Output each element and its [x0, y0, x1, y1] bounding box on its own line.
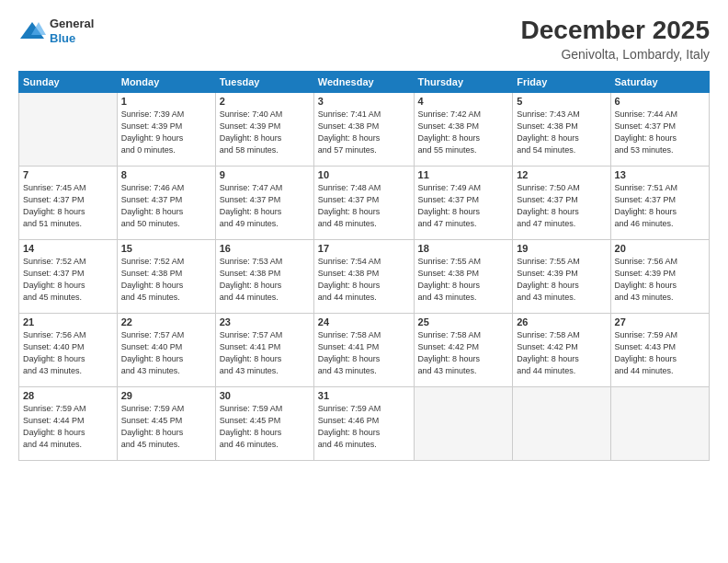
day-info: Sunrise: 7:58 AM Sunset: 4:42 PM Dayligh… [517, 329, 606, 377]
col-header-sunday: Sunday [19, 71, 118, 92]
calendar-cell: 26Sunrise: 7:58 AM Sunset: 4:42 PM Dayli… [513, 313, 610, 386]
day-info: Sunrise: 7:56 AM Sunset: 4:39 PM Dayligh… [615, 256, 705, 304]
day-info: Sunrise: 7:55 AM Sunset: 4:38 PM Dayligh… [418, 256, 509, 304]
day-number: 8 [121, 169, 211, 180]
col-header-thursday: Thursday [414, 71, 513, 92]
col-header-friday: Friday [513, 71, 610, 92]
day-number: 24 [318, 316, 410, 327]
week-row-0: 1Sunrise: 7:39 AM Sunset: 4:39 PM Daylig… [19, 92, 710, 166]
calendar-cell [610, 386, 709, 460]
calendar-cell: 17Sunrise: 7:54 AM Sunset: 4:38 PM Dayli… [313, 239, 414, 313]
day-number: 31 [318, 390, 410, 401]
day-number: 18 [418, 243, 509, 254]
calendar: SundayMondayTuesdayWednesdayThursdayFrid… [18, 71, 710, 461]
day-number: 3 [318, 96, 410, 107]
calendar-cell: 23Sunrise: 7:57 AM Sunset: 4:41 PM Dayli… [215, 313, 313, 386]
calendar-cell [19, 92, 118, 166]
calendar-cell: 3Sunrise: 7:41 AM Sunset: 4:38 PM Daylig… [313, 92, 414, 166]
day-info: Sunrise: 7:54 AM Sunset: 4:38 PM Dayligh… [318, 256, 410, 304]
day-info: Sunrise: 7:58 AM Sunset: 4:42 PM Dayligh… [418, 329, 509, 377]
day-info: Sunrise: 7:48 AM Sunset: 4:37 PM Dayligh… [318, 182, 410, 230]
day-number: 9 [220, 169, 310, 180]
calendar-cell: 22Sunrise: 7:57 AM Sunset: 4:40 PM Dayli… [117, 313, 215, 386]
month-title: December 2025 [521, 17, 710, 45]
day-info: Sunrise: 7:55 AM Sunset: 4:39 PM Dayligh… [517, 256, 606, 304]
day-info: Sunrise: 7:59 AM Sunset: 4:43 PM Dayligh… [615, 329, 705, 377]
day-number: 28 [23, 390, 113, 401]
day-info: Sunrise: 7:46 AM Sunset: 4:37 PM Dayligh… [121, 182, 211, 230]
calendar-cell: 8Sunrise: 7:46 AM Sunset: 4:37 PM Daylig… [117, 166, 215, 239]
day-number: 17 [318, 243, 410, 254]
calendar-cell: 15Sunrise: 7:52 AM Sunset: 4:38 PM Dayli… [117, 239, 215, 313]
calendar-cell [414, 386, 513, 460]
page: General Blue December 2025 Genivolta, Lo… [0, 0, 728, 563]
week-row-2: 14Sunrise: 7:52 AM Sunset: 4:37 PM Dayli… [19, 239, 710, 313]
day-info: Sunrise: 7:45 AM Sunset: 4:37 PM Dayligh… [23, 182, 113, 230]
calendar-cell: 29Sunrise: 7:59 AM Sunset: 4:45 PM Dayli… [117, 386, 215, 460]
calendar-cell: 28Sunrise: 7:59 AM Sunset: 4:44 PM Dayli… [19, 386, 118, 460]
day-info: Sunrise: 7:50 AM Sunset: 4:37 PM Dayligh… [517, 182, 606, 230]
day-info: Sunrise: 7:56 AM Sunset: 4:40 PM Dayligh… [23, 329, 113, 377]
day-number: 7 [23, 169, 113, 180]
week-row-4: 28Sunrise: 7:59 AM Sunset: 4:44 PM Dayli… [19, 386, 710, 460]
day-number: 26 [517, 316, 606, 327]
day-number: 29 [121, 390, 211, 401]
col-header-tuesday: Tuesday [215, 71, 313, 92]
logo-text: General Blue [50, 17, 94, 45]
day-number: 12 [517, 169, 606, 180]
calendar-cell: 6Sunrise: 7:44 AM Sunset: 4:37 PM Daylig… [610, 92, 709, 166]
day-info: Sunrise: 7:57 AM Sunset: 4:40 PM Dayligh… [121, 329, 211, 377]
location: Genivolta, Lombardy, Italy [521, 47, 710, 62]
day-number: 20 [615, 243, 705, 254]
logo-line1: General [50, 17, 94, 31]
day-info: Sunrise: 7:53 AM Sunset: 4:38 PM Dayligh… [220, 256, 310, 304]
day-info: Sunrise: 7:49 AM Sunset: 4:37 PM Dayligh… [418, 182, 509, 230]
logo-line2: Blue [50, 31, 94, 46]
day-number: 25 [418, 316, 509, 327]
day-info: Sunrise: 7:57 AM Sunset: 4:41 PM Dayligh… [220, 329, 310, 377]
week-row-1: 7Sunrise: 7:45 AM Sunset: 4:37 PM Daylig… [19, 166, 710, 239]
day-info: Sunrise: 7:59 AM Sunset: 4:44 PM Dayligh… [23, 403, 113, 451]
week-row-3: 21Sunrise: 7:56 AM Sunset: 4:40 PM Dayli… [19, 313, 710, 386]
day-info: Sunrise: 7:59 AM Sunset: 4:46 PM Dayligh… [318, 403, 410, 451]
calendar-cell: 13Sunrise: 7:51 AM Sunset: 4:37 PM Dayli… [610, 166, 709, 239]
col-header-wednesday: Wednesday [313, 71, 414, 92]
day-info: Sunrise: 7:58 AM Sunset: 4:41 PM Dayligh… [318, 329, 410, 377]
calendar-header-row: SundayMondayTuesdayWednesdayThursdayFrid… [19, 71, 710, 92]
day-number: 5 [517, 96, 606, 107]
day-number: 19 [517, 243, 606, 254]
calendar-cell: 9Sunrise: 7:47 AM Sunset: 4:37 PM Daylig… [215, 166, 313, 239]
day-number: 1 [121, 96, 211, 107]
calendar-cell: 24Sunrise: 7:58 AM Sunset: 4:41 PM Dayli… [313, 313, 414, 386]
day-number: 21 [23, 316, 113, 327]
day-info: Sunrise: 7:44 AM Sunset: 4:37 PM Dayligh… [615, 109, 705, 156]
calendar-cell [513, 386, 610, 460]
calendar-cell: 5Sunrise: 7:43 AM Sunset: 4:38 PM Daylig… [513, 92, 610, 166]
day-info: Sunrise: 7:39 AM Sunset: 4:39 PM Dayligh… [121, 109, 211, 156]
day-number: 16 [220, 243, 310, 254]
calendar-cell: 14Sunrise: 7:52 AM Sunset: 4:37 PM Dayli… [19, 239, 118, 313]
day-number: 15 [121, 243, 211, 254]
day-info: Sunrise: 7:40 AM Sunset: 4:39 PM Dayligh… [220, 109, 310, 156]
calendar-cell: 2Sunrise: 7:40 AM Sunset: 4:39 PM Daylig… [215, 92, 313, 166]
day-info: Sunrise: 7:41 AM Sunset: 4:38 PM Dayligh… [318, 109, 410, 156]
calendar-cell: 27Sunrise: 7:59 AM Sunset: 4:43 PM Dayli… [610, 313, 709, 386]
col-header-saturday: Saturday [610, 71, 709, 92]
day-info: Sunrise: 7:42 AM Sunset: 4:38 PM Dayligh… [418, 109, 509, 156]
day-number: 27 [615, 316, 705, 327]
calendar-cell: 4Sunrise: 7:42 AM Sunset: 4:38 PM Daylig… [414, 92, 513, 166]
calendar-cell: 1Sunrise: 7:39 AM Sunset: 4:39 PM Daylig… [117, 92, 215, 166]
day-info: Sunrise: 7:59 AM Sunset: 4:45 PM Dayligh… [121, 403, 211, 451]
calendar-cell: 18Sunrise: 7:55 AM Sunset: 4:38 PM Dayli… [414, 239, 513, 313]
day-info: Sunrise: 7:51 AM Sunset: 4:37 PM Dayligh… [615, 182, 705, 230]
day-number: 2 [220, 96, 310, 107]
day-info: Sunrise: 7:59 AM Sunset: 4:45 PM Dayligh… [220, 403, 310, 451]
day-info: Sunrise: 7:43 AM Sunset: 4:38 PM Dayligh… [517, 109, 606, 156]
day-number: 4 [418, 96, 509, 107]
calendar-cell: 20Sunrise: 7:56 AM Sunset: 4:39 PM Dayli… [610, 239, 709, 313]
calendar-cell: 7Sunrise: 7:45 AM Sunset: 4:37 PM Daylig… [19, 166, 118, 239]
day-number: 11 [418, 169, 509, 180]
day-number: 13 [615, 169, 705, 180]
logo: General Blue [18, 17, 94, 45]
calendar-cell: 11Sunrise: 7:49 AM Sunset: 4:37 PM Dayli… [414, 166, 513, 239]
